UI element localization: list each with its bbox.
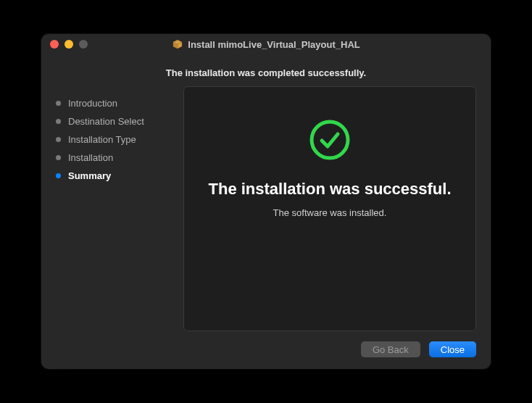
minimize-window-button[interactable] bbox=[65, 40, 73, 49]
traffic-lights bbox=[50, 40, 88, 49]
step-installation-type: Installation Type bbox=[56, 134, 172, 145]
step-installation: Installation bbox=[56, 152, 172, 163]
main-panel: The installation was successful. The sof… bbox=[183, 86, 476, 331]
step-label: Installation bbox=[68, 152, 113, 163]
button-row: Go Back Close bbox=[56, 331, 476, 357]
window-title-wrap: Install mimoLive_Virtual_Playout_HAL bbox=[41, 38, 491, 50]
steps-sidebar: Introduction Destination Select Installa… bbox=[56, 86, 172, 331]
main-row: Introduction Destination Select Installa… bbox=[56, 86, 476, 331]
step-bullet-icon bbox=[56, 137, 61, 142]
close-window-button[interactable] bbox=[50, 40, 59, 49]
step-label: Introduction bbox=[68, 98, 117, 109]
step-label: Summary bbox=[68, 170, 111, 181]
svg-point-0 bbox=[312, 122, 348, 158]
maximize-window-button bbox=[79, 40, 88, 49]
content-area: The installation was completed successfu… bbox=[41, 54, 491, 369]
step-bullet-icon bbox=[56, 155, 61, 160]
success-checkmark-icon bbox=[309, 119, 351, 164]
step-bullet-icon bbox=[56, 173, 61, 178]
close-button[interactable]: Close bbox=[429, 341, 476, 357]
go-back-button: Go Back bbox=[361, 341, 420, 357]
page-subtitle: The installation was completed successfu… bbox=[166, 67, 366, 78]
step-bullet-icon bbox=[56, 119, 61, 124]
step-destination-select: Destination Select bbox=[56, 116, 172, 127]
step-bullet-icon bbox=[56, 101, 61, 106]
step-label: Installation Type bbox=[68, 134, 136, 145]
success-subtitle: The software was installed. bbox=[273, 207, 387, 218]
subtitle-row: The installation was completed successfu… bbox=[56, 54, 476, 86]
package-icon bbox=[172, 38, 183, 50]
titlebar: Install mimoLive_Virtual_Playout_HAL bbox=[41, 34, 491, 54]
step-introduction: Introduction bbox=[56, 98, 172, 109]
window-title: Install mimoLive_Virtual_Playout_HAL bbox=[188, 39, 359, 50]
step-summary: Summary bbox=[56, 170, 172, 181]
installer-window: Install mimoLive_Virtual_Playout_HAL The… bbox=[41, 34, 491, 369]
success-title: The installation was successful. bbox=[209, 180, 452, 199]
step-label: Destination Select bbox=[68, 116, 144, 127]
step-list: Introduction Destination Select Installa… bbox=[56, 98, 172, 181]
